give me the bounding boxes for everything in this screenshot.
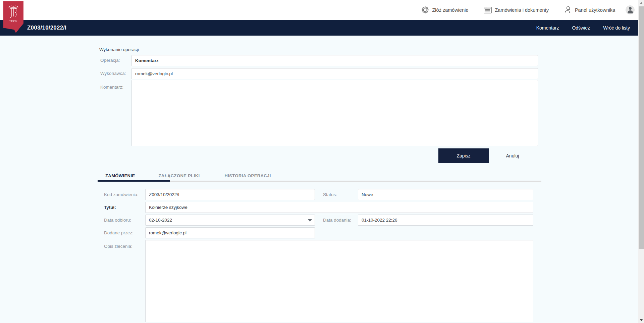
header-action-odswiez[interactable]: Odśwież: [572, 25, 590, 31]
kod-zamowienia-label: Kod zamówienia:: [104, 192, 139, 197]
nav-item-label: Złóż zamówienie: [432, 7, 469, 13]
operation-section-heading: Wykonanie operacji: [99, 47, 139, 52]
page: Złóż zamówienie: [0, 0, 644, 323]
status-label: Status:: [323, 192, 337, 197]
komentarz-textarea[interactable]: [131, 80, 538, 146]
order-title: Z003/10/2022/I: [27, 20, 66, 36]
dodane-przez-label: Dodane przez:: [104, 230, 133, 235]
data-odbioru-label: Data odbioru:: [104, 218, 131, 223]
header-actions: Komentarz Odśwież Wróć do listy: [536, 20, 630, 36]
data-dodania-input[interactable]: [358, 215, 533, 226]
operacja-label: Operacja:: [100, 58, 120, 63]
header-action-wroc-do-listy[interactable]: Wróć do listy: [603, 25, 630, 31]
data-dodania-label: Data dodania:: [323, 218, 351, 223]
tab-active-underline: [98, 180, 170, 182]
save-button[interactable]: Zapisz: [438, 148, 489, 163]
data-odbioru-input[interactable]: [145, 215, 315, 226]
scrollbar-thumb[interactable]: [639, 6, 644, 249]
cancel-button[interactable]: Anuluj: [496, 148, 529, 163]
top-navigation: Złóż zamówienie: [421, 0, 635, 20]
section-divider: [98, 166, 541, 166]
date-dropdown-caret-icon[interactable]: [308, 219, 312, 222]
nav-item-orders-documents[interactable]: Zamówienia i dokumenty: [483, 6, 549, 14]
wykonawca-input[interactable]: [131, 68, 538, 79]
kod-zamowienia-input[interactable]: [145, 189, 315, 200]
header-action-komentarz[interactable]: Komentarz: [536, 25, 559, 31]
opis-zlecenia-textarea[interactable]: [145, 240, 533, 322]
nav-item-label: Panel użytkownika: [575, 7, 615, 13]
documents-icon: [483, 6, 492, 14]
top-bar: Złóż zamówienie: [0, 0, 644, 20]
wykonawca-label: Wykonawca:: [100, 71, 126, 76]
nav-item-submit-order[interactable]: Złóż zamówienie: [421, 6, 469, 14]
vertical-scrollbar[interactable]: [638, 0, 644, 323]
user-panel-icon: [564, 6, 572, 14]
tytul-label: Tytuł:: [104, 205, 116, 210]
nav-item-user-panel[interactable]: Panel użytkownika: [564, 6, 615, 14]
tytul-input[interactable]: [145, 202, 533, 213]
opis-zlecenia-label: Opis zlecenia:: [104, 244, 132, 249]
user-avatar[interactable]: [626, 5, 635, 14]
komentarz-label: Komentarz:: [100, 85, 123, 90]
gear-icon: [421, 6, 429, 14]
status-input[interactable]: [358, 189, 533, 200]
scrollbar-up-arrow-icon[interactable]: [638, 0, 644, 6]
order-header-bar: Z003/10/2022/I Komentarz Odśwież Wróć do…: [0, 20, 644, 36]
main-content: Wykonanie operacji Operacja: Wykonawca: …: [0, 36, 644, 323]
avatar-body-glyph: [628, 10, 633, 13]
dodane-przez-input[interactable]: [145, 227, 315, 238]
nav-item-label: Zamówienia i dokumenty: [495, 7, 549, 13]
operacja-input[interactable]: [131, 55, 538, 66]
scrollbar-down-arrow-icon[interactable]: [638, 317, 644, 323]
logo-emblem-text: TECH: [9, 20, 18, 23]
avatar-head-glyph: [629, 7, 632, 10]
